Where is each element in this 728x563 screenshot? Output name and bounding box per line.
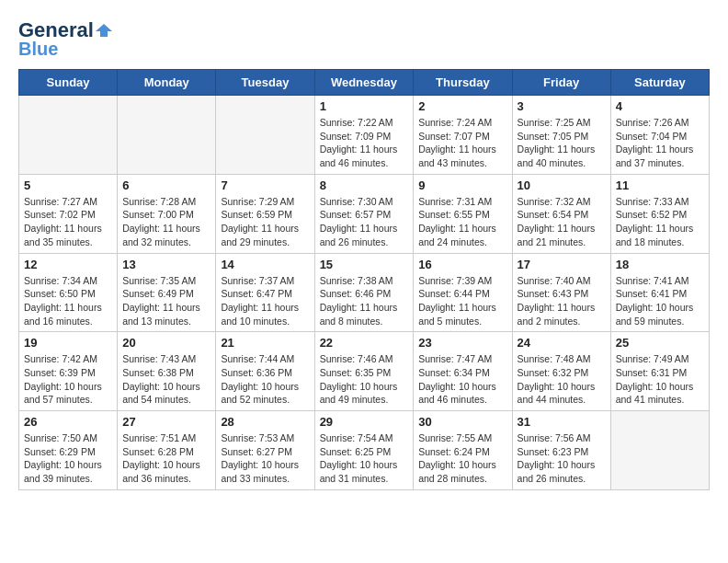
day-number: 13 [122, 258, 210, 271]
day-cell [19, 96, 118, 175]
day-number: 3 [518, 99, 606, 113]
day-info: Sunrise: 7:37 AMSunset: 6:47 PMDaylight:… [221, 274, 309, 328]
day-cell: 3Sunrise: 7:25 AMSunset: 7:05 PMDaylight… [512, 96, 610, 175]
day-info: Sunrise: 7:56 AMSunset: 6:23 PMDaylight:… [518, 431, 606, 486]
day-info: Sunrise: 7:26 AMSunset: 7:04 PMDaylight:… [616, 116, 704, 170]
day-info: Sunrise: 7:43 AMSunset: 6:38 PMDaylight:… [122, 352, 210, 407]
logo-blue: Blue [18, 39, 58, 60]
day-number: 19 [24, 336, 112, 350]
day-number: 11 [616, 178, 704, 192]
day-cell: 10Sunrise: 7:32 AMSunset: 6:54 PMDayligh… [512, 174, 610, 253]
day-number: 9 [418, 178, 506, 192]
day-info: Sunrise: 7:49 AMSunset: 6:31 PMDaylight:… [616, 352, 704, 407]
day-number: 8 [320, 178, 409, 192]
day-cell: 6Sunrise: 7:28 AMSunset: 7:00 PMDaylight… [118, 174, 216, 253]
day-info: Sunrise: 7:47 AMSunset: 6:34 PMDaylight:… [418, 352, 506, 407]
column-header-friday: Friday [512, 70, 610, 96]
day-number: 6 [122, 178, 210, 192]
day-number: 29 [320, 415, 409, 429]
day-number: 16 [418, 258, 506, 271]
day-cell: 13Sunrise: 7:35 AMSunset: 6:49 PMDayligh… [118, 253, 216, 332]
day-number: 4 [616, 99, 704, 113]
day-info: Sunrise: 7:40 AMSunset: 6:43 PMDaylight:… [518, 274, 606, 328]
day-info: Sunrise: 7:53 AMSunset: 6:27 PMDaylight:… [221, 431, 309, 486]
week-row-1: 1Sunrise: 7:22 AMSunset: 7:09 PMDaylight… [19, 96, 710, 175]
day-info: Sunrise: 7:44 AMSunset: 6:36 PMDaylight:… [221, 352, 309, 407]
column-header-wednesday: Wednesday [314, 70, 414, 96]
day-info: Sunrise: 7:41 AMSunset: 6:41 PMDaylight:… [616, 274, 704, 328]
day-number: 15 [320, 258, 409, 271]
day-info: Sunrise: 7:55 AMSunset: 6:24 PMDaylight:… [418, 431, 506, 486]
day-cell: 17Sunrise: 7:40 AMSunset: 6:43 PMDayligh… [512, 253, 610, 332]
day-info: Sunrise: 7:33 AMSunset: 6:52 PMDaylight:… [616, 195, 704, 249]
day-cell: 29Sunrise: 7:54 AMSunset: 6:25 PMDayligh… [314, 411, 414, 490]
day-number: 2 [418, 99, 506, 113]
day-cell: 14Sunrise: 7:37 AMSunset: 6:47 PMDayligh… [216, 253, 314, 332]
week-row-4: 19Sunrise: 7:42 AMSunset: 6:39 PMDayligh… [19, 332, 710, 411]
day-info: Sunrise: 7:38 AMSunset: 6:46 PMDaylight:… [320, 274, 409, 328]
column-header-thursday: Thursday [414, 70, 512, 96]
day-info: Sunrise: 7:34 AMSunset: 6:50 PMDaylight:… [24, 274, 112, 328]
day-number: 7 [221, 178, 309, 192]
column-header-saturday: Saturday [610, 70, 709, 96]
day-number: 18 [616, 258, 704, 271]
day-number: 30 [418, 415, 506, 429]
day-cell: 15Sunrise: 7:38 AMSunset: 6:46 PMDayligh… [314, 253, 414, 332]
day-cell: 9Sunrise: 7:31 AMSunset: 6:55 PMDaylight… [414, 174, 512, 253]
week-row-2: 5Sunrise: 7:27 AMSunset: 7:02 PMDaylight… [19, 174, 710, 253]
day-info: Sunrise: 7:30 AMSunset: 6:57 PMDaylight:… [320, 195, 409, 249]
day-info: Sunrise: 7:28 AMSunset: 7:00 PMDaylight:… [122, 195, 210, 249]
day-info: Sunrise: 7:42 AMSunset: 6:39 PMDaylight:… [24, 352, 112, 407]
day-cell [610, 411, 709, 490]
day-info: Sunrise: 7:22 AMSunset: 7:09 PMDaylight:… [320, 116, 409, 170]
day-number: 24 [518, 336, 606, 350]
day-number: 26 [24, 415, 112, 429]
day-number: 21 [221, 336, 309, 350]
day-info: Sunrise: 7:32 AMSunset: 6:54 PMDaylight:… [518, 195, 606, 249]
day-info: Sunrise: 7:48 AMSunset: 6:32 PMDaylight:… [518, 352, 606, 407]
calendar-header-row: SundayMondayTuesdayWednesdayThursdayFrid… [19, 70, 710, 96]
day-info: Sunrise: 7:31 AMSunset: 6:55 PMDaylight:… [418, 195, 506, 249]
day-cell: 7Sunrise: 7:29 AMSunset: 6:59 PMDaylight… [216, 174, 314, 253]
week-row-5: 26Sunrise: 7:50 AMSunset: 6:29 PMDayligh… [19, 411, 710, 490]
day-info: Sunrise: 7:50 AMSunset: 6:29 PMDaylight:… [24, 431, 112, 486]
page-header: General Blue [18, 18, 710, 60]
svg-marker-0 [96, 24, 112, 37]
day-number: 31 [518, 415, 606, 429]
day-cell [216, 96, 314, 175]
day-number: 25 [616, 336, 704, 350]
day-cell: 16Sunrise: 7:39 AMSunset: 6:44 PMDayligh… [414, 253, 512, 332]
day-info: Sunrise: 7:24 AMSunset: 7:07 PMDaylight:… [418, 116, 506, 170]
logo: General Blue [18, 18, 112, 60]
day-cell: 24Sunrise: 7:48 AMSunset: 6:32 PMDayligh… [512, 332, 610, 411]
day-cell: 11Sunrise: 7:33 AMSunset: 6:52 PMDayligh… [610, 174, 709, 253]
day-info: Sunrise: 7:51 AMSunset: 6:28 PMDaylight:… [122, 431, 210, 486]
day-cell: 25Sunrise: 7:49 AMSunset: 6:31 PMDayligh… [610, 332, 709, 411]
day-number: 5 [24, 178, 112, 192]
day-info: Sunrise: 7:27 AMSunset: 7:02 PMDaylight:… [24, 195, 112, 249]
day-info: Sunrise: 7:29 AMSunset: 6:59 PMDaylight:… [221, 195, 309, 249]
column-header-monday: Monday [118, 70, 216, 96]
day-cell: 1Sunrise: 7:22 AMSunset: 7:09 PMDaylight… [314, 96, 414, 175]
day-number: 10 [518, 178, 606, 192]
day-cell: 21Sunrise: 7:44 AMSunset: 6:36 PMDayligh… [216, 332, 314, 411]
day-number: 23 [418, 336, 506, 350]
day-number: 1 [320, 99, 409, 113]
day-cell: 27Sunrise: 7:51 AMSunset: 6:28 PMDayligh… [118, 411, 216, 490]
day-cell: 18Sunrise: 7:41 AMSunset: 6:41 PMDayligh… [610, 253, 709, 332]
week-row-3: 12Sunrise: 7:34 AMSunset: 6:50 PMDayligh… [19, 253, 710, 332]
day-number: 12 [24, 258, 112, 271]
day-info: Sunrise: 7:54 AMSunset: 6:25 PMDaylight:… [320, 431, 409, 486]
logo-bird-icon [96, 22, 112, 39]
day-cell: 2Sunrise: 7:24 AMSunset: 7:07 PMDaylight… [414, 96, 512, 175]
day-cell: 26Sunrise: 7:50 AMSunset: 6:29 PMDayligh… [19, 411, 118, 490]
day-info: Sunrise: 7:39 AMSunset: 6:44 PMDaylight:… [418, 274, 506, 328]
day-number: 28 [221, 415, 309, 429]
column-header-tuesday: Tuesday [216, 70, 314, 96]
day-cell: 28Sunrise: 7:53 AMSunset: 6:27 PMDayligh… [216, 411, 314, 490]
day-cell: 22Sunrise: 7:46 AMSunset: 6:35 PMDayligh… [314, 332, 414, 411]
day-cell: 8Sunrise: 7:30 AMSunset: 6:57 PMDaylight… [314, 174, 414, 253]
day-cell: 4Sunrise: 7:26 AMSunset: 7:04 PMDaylight… [610, 96, 709, 175]
day-cell: 19Sunrise: 7:42 AMSunset: 6:39 PMDayligh… [19, 332, 118, 411]
day-cell: 30Sunrise: 7:55 AMSunset: 6:24 PMDayligh… [414, 411, 512, 490]
